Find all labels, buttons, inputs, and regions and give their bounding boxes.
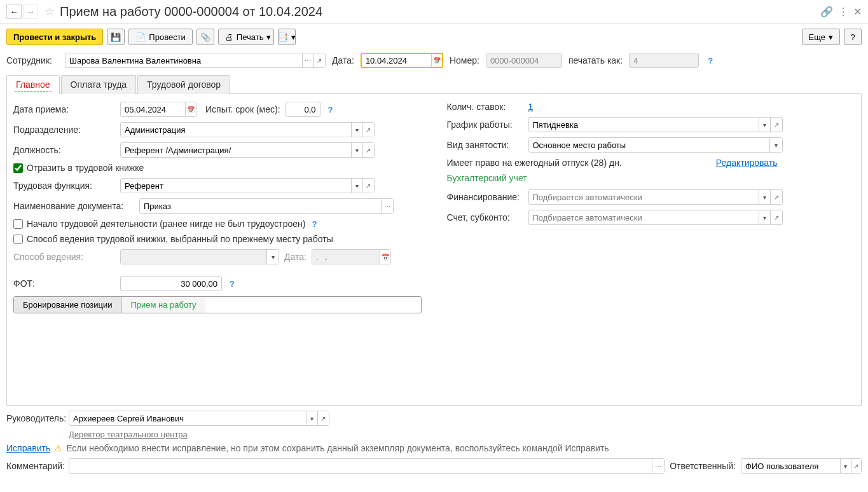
first-job-checkbox[interactable] — [13, 219, 23, 229]
probation-label: Испыт. срок (мес): — [205, 104, 280, 114]
manager-input-group: ▾ ↗ — [69, 411, 329, 426]
financing-input[interactable] — [529, 190, 759, 204]
position-dropdown-button[interactable]: ▾ — [351, 143, 362, 157]
print-button[interactable]: 🖨Печать ▾ — [218, 29, 275, 45]
close-icon[interactable]: ✕ — [853, 6, 862, 18]
labor-function-input[interactable] — [121, 179, 351, 193]
tab-contract[interactable]: Трудовой договор — [137, 75, 230, 94]
kebab-menu-icon[interactable]: ⋮ — [838, 6, 848, 18]
method-input — [121, 250, 266, 264]
attach-button[interactable]: 📎 — [196, 29, 214, 45]
tab-payment[interactable]: Оплата труда — [61, 75, 137, 94]
post-button[interactable]: 📄Провести — [128, 29, 193, 45]
plus-doc-icon: 📑 — [278, 32, 288, 42]
responsible-dropdown-button[interactable]: ▾ — [840, 459, 850, 473]
method-date-label: Дата: — [284, 252, 307, 262]
hire-date-input[interactable] — [121, 102, 185, 116]
schedule-open-button[interactable]: ↗ — [770, 118, 782, 132]
print-as-label: печатать как: — [568, 55, 623, 65]
more-button[interactable]: Еще ▾ — [802, 29, 840, 45]
prev-method-checkbox[interactable] — [13, 235, 23, 244]
fot-label: ФОТ: — [13, 278, 115, 289]
employee-label: Сотрудник: — [6, 55, 59, 65]
doc-name-input-group: ⋯ — [139, 198, 394, 214]
print-as-input-group — [629, 53, 699, 68]
manager-input[interactable] — [69, 411, 306, 425]
fot-input[interactable] — [121, 277, 221, 290]
employee-input-group: ⋯ ↗ — [65, 53, 326, 68]
help-button[interactable]: ? — [844, 29, 862, 45]
post-and-close-button[interactable]: Провести и закрыть — [6, 29, 103, 45]
employment-input[interactable] — [529, 138, 770, 152]
account-input[interactable] — [529, 210, 759, 224]
first-job-checkbox-label: Начало трудовой деятельности (ранее нигд… — [27, 219, 305, 229]
position-input[interactable] — [121, 143, 351, 157]
position-label: Должность: — [13, 145, 115, 155]
link-icon[interactable]: 🔗 — [820, 6, 833, 18]
print-as-input — [630, 53, 698, 67]
booking-position-button[interactable]: Бронирование позиции — [14, 297, 121, 313]
help-icon[interactable]: ? — [230, 279, 235, 289]
responsible-label: Ответственный: — [670, 461, 736, 471]
doc-name-input[interactable] — [140, 199, 381, 213]
manager-position-link[interactable]: Директор театрального центра — [69, 430, 188, 439]
chevron-down-icon: ▾ — [266, 32, 271, 42]
employee-open-button[interactable]: ↗ — [313, 53, 325, 67]
paperclip-icon: 📎 — [200, 32, 210, 42]
department-input[interactable] — [121, 123, 351, 137]
accounting-section-title: Бухгалтерский учет — [447, 173, 855, 183]
method-dropdown-button: ▾ — [266, 250, 279, 264]
employment-label: Вид занятости: — [447, 140, 523, 150]
schedule-dropdown-button[interactable]: ▾ — [759, 118, 770, 132]
department-open-button[interactable]: ↗ — [362, 123, 374, 137]
number-input-group — [486, 53, 562, 68]
method-label: Способ ведения: — [13, 252, 115, 262]
labor-function-input-group: ▾ ↗ — [120, 178, 375, 193]
help-icon[interactable]: ? — [328, 105, 333, 114]
manager-dropdown-button[interactable]: ▾ — [306, 411, 317, 425]
comment-label: Комментарий: — [6, 461, 64, 471]
financing-dropdown-button[interactable]: ▾ — [759, 190, 770, 204]
manager-open-button[interactable]: ↗ — [317, 411, 329, 425]
rates-label: Колич. ставок: — [447, 102, 523, 112]
help-icon[interactable]: ? — [312, 219, 317, 229]
fix-link[interactable]: Исправить — [6, 443, 50, 453]
tab-main[interactable]: Главное — [6, 75, 60, 94]
employee-select-button[interactable]: ⋯ — [302, 53, 313, 67]
department-input-group: ▾ ↗ — [120, 122, 375, 137]
schedule-input-group: ▾ ↗ — [528, 117, 783, 132]
comment-select-button[interactable]: ⋯ — [652, 459, 665, 473]
account-label: Счет, субконто: — [447, 212, 523, 222]
help-icon[interactable]: ? — [708, 56, 713, 65]
edit-vacation-link[interactable]: Редактировать — [716, 158, 778, 168]
page-title: Прием на работу 0000-000004 от 10.04.202… — [60, 4, 820, 19]
create-based-on-button[interactable]: 📑 ▾ — [278, 29, 296, 45]
financing-open-button[interactable]: ↗ — [770, 190, 782, 204]
doc-name-select-button[interactable]: ⋯ — [381, 199, 393, 213]
department-dropdown-button[interactable]: ▾ — [351, 123, 362, 137]
comment-input[interactable] — [69, 459, 652, 473]
position-input-group: ▾ ↗ — [120, 142, 375, 158]
labor-function-open-button[interactable]: ↗ — [362, 179, 374, 193]
employment-dropdown-button[interactable]: ▾ — [769, 138, 782, 152]
hire-button[interactable]: Прием на работу — [121, 297, 205, 313]
labor-function-dropdown-button[interactable]: ▾ — [351, 179, 362, 193]
position-open-button[interactable]: ↗ — [362, 143, 374, 157]
post-icon: 📄 — [135, 32, 146, 42]
responsible-input[interactable] — [741, 459, 840, 473]
responsible-open-button[interactable]: ↗ — [851, 459, 861, 473]
hire-date-calendar-button[interactable]: 📅 — [185, 102, 196, 116]
probation-input[interactable] — [286, 102, 320, 116]
account-dropdown-button[interactable]: ▾ — [759, 210, 770, 224]
doc-name-label: Наименование документа: — [13, 201, 134, 211]
date-input[interactable] — [362, 54, 431, 67]
reflect-checkbox[interactable] — [13, 163, 23, 173]
favorite-icon[interactable]: ☆ — [45, 4, 55, 18]
nav-back-button[interactable]: ← — [6, 4, 22, 19]
schedule-input[interactable] — [529, 118, 759, 132]
account-open-button[interactable]: ↗ — [770, 210, 782, 224]
save-button[interactable]: 💾 — [107, 29, 125, 45]
date-calendar-button[interactable]: 📅 — [431, 54, 442, 67]
rates-link[interactable]: 1 — [528, 102, 534, 112]
employee-input[interactable] — [65, 53, 302, 67]
